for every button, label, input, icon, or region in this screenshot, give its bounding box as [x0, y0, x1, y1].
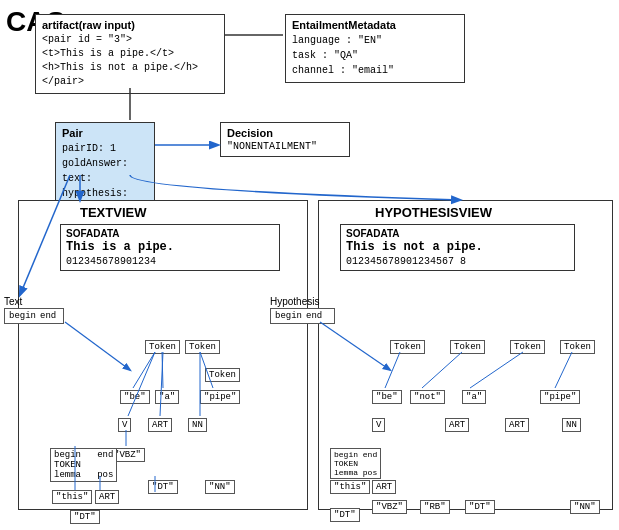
- entailment-box: EntailmentMetadata language : "EN" task …: [285, 14, 465, 83]
- hv-dt2-box: "DT": [465, 500, 495, 514]
- hypothesis-sofadata-title: SOFADATA: [346, 228, 569, 239]
- textview-sofadata-numbers: 012345678901234: [66, 256, 274, 267]
- hypothesis-begin-end-box: begin end: [270, 308, 335, 324]
- tv-v-box: V: [118, 418, 131, 432]
- hv-pipe-box: "pipe": [540, 390, 580, 404]
- hv-nn2-box: "NN": [570, 500, 600, 514]
- text-begin-end-box: begin end: [4, 308, 64, 324]
- tv-token2: Token: [185, 340, 220, 354]
- hv-this-box: "this": [330, 480, 370, 494]
- hypothesis-sofadata-text: This is not a pipe.: [346, 239, 569, 256]
- decision-box: Decision "NONENTAILMENT": [220, 122, 350, 157]
- text-begin: begin: [9, 311, 36, 321]
- tv-dt2-box: "DT": [70, 510, 100, 524]
- tv-token1: Token: [145, 340, 180, 354]
- pair-box: Pair pairID: 1 goldAnswer: text: hypothe…: [55, 122, 155, 206]
- hypothesis-title: HYPOTHESISVIEW: [375, 205, 492, 220]
- artifact-title: artifact(raw input): [42, 19, 218, 31]
- tv-nn2-box: "NN": [205, 480, 235, 494]
- pair-title: Pair: [62, 127, 148, 139]
- tv-a-box: "a": [155, 390, 179, 404]
- decision-value: "NONENTAILMENT": [227, 141, 343, 152]
- artifact-box: artifact(raw input) <pair id = "3"> <t>T…: [35, 14, 225, 94]
- hypothesis-sofadata-numbers: 012345678901234567 8: [346, 256, 569, 267]
- hv-art1-box: ART: [445, 418, 469, 432]
- hv-vbz-box: "VBZ": [372, 500, 407, 514]
- text-end: end: [40, 311, 56, 321]
- hv-token3: Token: [510, 340, 545, 354]
- hv-be-box: "be": [372, 390, 402, 404]
- hv-token4: Token: [560, 340, 595, 354]
- hv-token2: Token: [450, 340, 485, 354]
- hypothesis-begin: begin: [275, 311, 302, 321]
- textview-sofadata-title: SOFADATA: [66, 228, 274, 239]
- textview-sofadata-box: SOFADATA This is a pipe. 012345678901234: [60, 224, 280, 271]
- tv-nn-box: NN: [188, 418, 207, 432]
- tv-token3: Token: [205, 368, 240, 382]
- hv-not-box: "not": [410, 390, 445, 404]
- hv-art3-box: ART: [372, 480, 396, 494]
- hv-token1: Token: [390, 340, 425, 354]
- hv-token-lemma-pos: begin end TOKEN lemma pos: [330, 448, 381, 479]
- hypothesis-sofadata-box: SOFADATA This is not a pipe. 01234567890…: [340, 224, 575, 271]
- entailment-title: EntailmentMetadata: [292, 19, 458, 31]
- hv-rb-box: "RB": [420, 500, 450, 514]
- tv-art2-box: ART: [95, 490, 119, 504]
- entailment-content: language : "EN" task : "QA" channel : "e…: [292, 33, 458, 78]
- tv-pipe-box: "pipe": [200, 390, 240, 404]
- hv-dt1-box: "DT": [330, 508, 360, 522]
- artifact-content: <pair id = "3"> <t>This is a pipe.</t> <…: [42, 33, 218, 89]
- hv-v-box: V: [372, 418, 385, 432]
- tv-art-box: ART: [148, 418, 172, 432]
- tv-be-box: "be": [120, 390, 150, 404]
- hypothesis-end: end: [306, 311, 322, 321]
- hv-a-box: "a": [462, 390, 486, 404]
- hv-nn-box: NN: [562, 418, 581, 432]
- pair-content: pairID: 1 goldAnswer: text: hypothesis:: [62, 141, 148, 201]
- text-label: Text: [4, 296, 22, 307]
- tv-dt1-box: "DT": [148, 480, 178, 494]
- decision-title: Decision: [227, 127, 343, 139]
- tv-token-lemma-pos: begin end TOKEN lemma pos: [50, 448, 117, 482]
- textview-title: TEXTVIEW: [80, 205, 146, 220]
- tv-this-box: "this": [52, 490, 92, 504]
- textview-sofadata-text: This is a pipe.: [66, 239, 274, 256]
- hypothesis-label: Hypothesis: [270, 296, 319, 307]
- hv-art2-box: ART: [505, 418, 529, 432]
